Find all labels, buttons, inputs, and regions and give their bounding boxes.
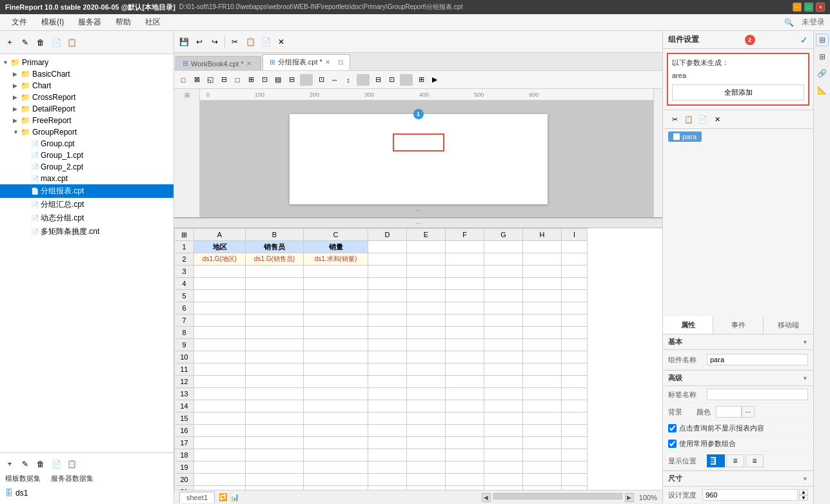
maximize-button[interactable]: □: [804, 3, 813, 12]
tree-item-group2-cpt[interactable]: 📄 Group_2.cpt: [0, 161, 173, 173]
layout-icon[interactable]: 📐: [816, 84, 829, 97]
sheet-tab[interactable]: sheet1: [179, 492, 215, 503]
new-file-button[interactable]: 📄: [49, 35, 63, 50]
cell[interactable]: [304, 400, 368, 412]
cell[interactable]: [446, 400, 484, 412]
cell[interactable]: [562, 437, 588, 449]
copy-button[interactable]: 📋: [64, 35, 79, 50]
cell[interactable]: [304, 278, 368, 290]
cell[interactable]: [484, 351, 523, 363]
menu-help[interactable]: 帮助: [109, 15, 137, 29]
cell[interactable]: [484, 412, 523, 425]
scroll-left-btn[interactable]: ◀: [482, 493, 491, 502]
add-all-button[interactable]: 全部添加: [672, 84, 804, 101]
cell[interactable]: [446, 266, 484, 278]
menu-file[interactable]: 文件: [5, 15, 34, 29]
cell[interactable]: [562, 290, 588, 302]
cell[interactable]: [368, 461, 407, 474]
cell[interactable]: [246, 400, 304, 412]
tab-mobile[interactable]: 移动端: [764, 316, 813, 334]
cell[interactable]: [484, 327, 523, 339]
cell[interactable]: [446, 412, 484, 425]
cell[interactable]: [562, 266, 588, 278]
basic-section-header[interactable]: 基本 ▼: [663, 334, 813, 350]
cell[interactable]: [304, 327, 368, 339]
cell-1B[interactable]: 销售员: [246, 241, 304, 253]
cell[interactable]: [484, 474, 523, 486]
tree-item-crossreport[interactable]: ▶ 📁 CrossReport: [0, 92, 173, 103]
tab-attributes[interactable]: 属性: [663, 316, 713, 334]
cell[interactable]: [484, 278, 523, 290]
cell[interactable]: [523, 278, 562, 290]
cell[interactable]: [562, 278, 588, 290]
cell[interactable]: [407, 437, 446, 449]
cell[interactable]: [304, 302, 368, 315]
cell[interactable]: [304, 290, 368, 302]
cell[interactable]: [304, 363, 368, 376]
cell[interactable]: [407, 412, 446, 425]
cell[interactable]: [523, 461, 562, 474]
pin-icon[interactable]: ⊡: [338, 59, 343, 66]
horizontal-scrollbar[interactable]: [493, 493, 622, 499]
display-center-btn[interactable]: ≡: [726, 454, 744, 467]
ds-delete-btn[interactable]: 🗑: [34, 457, 48, 471]
tab-template-dataset[interactable]: 模板数据集: [3, 472, 43, 485]
cell[interactable]: [407, 449, 446, 461]
cell[interactable]: [368, 388, 407, 400]
cell[interactable]: [368, 437, 407, 449]
cell[interactable]: [368, 290, 407, 302]
cell[interactable]: [194, 412, 246, 425]
cell[interactable]: [562, 339, 588, 351]
cell[interactable]: [304, 425, 368, 437]
cell[interactable]: [407, 363, 446, 376]
cell[interactable]: [562, 363, 588, 376]
checkbox-common-params[interactable]: [668, 440, 677, 448]
cell[interactable]: [484, 315, 523, 327]
cell[interactable]: [368, 351, 407, 363]
cell[interactable]: [523, 327, 562, 339]
grid-wrapper[interactable]: ⊞ A B C D E F G H I: [174, 228, 662, 490]
fmt-btn-10[interactable]: ⊡: [315, 73, 328, 86]
ds-edit-btn[interactable]: ✎: [18, 457, 32, 471]
cell-2D[interactable]: [368, 253, 407, 266]
cell[interactable]: [446, 278, 484, 290]
fmt-btn-14[interactable]: ⊡: [385, 73, 398, 86]
fmt-btn-4[interactable]: ⊟: [217, 73, 230, 86]
cell-1E[interactable]: [407, 241, 446, 253]
cell[interactable]: [407, 290, 446, 302]
tree-item-fenzuhz-cpt[interactable]: 📄 分组汇总.cpt: [0, 198, 173, 211]
tab-workbook4[interactable]: ⊞ WorkBook4.cpt * ✕: [175, 56, 261, 70]
cell-2I[interactable]: [562, 253, 588, 266]
cell[interactable]: [246, 425, 304, 437]
color-more-btn[interactable]: ···: [742, 406, 755, 418]
cell[interactable]: [194, 400, 246, 412]
canvas-widget[interactable]: [393, 133, 444, 151]
link-icon[interactable]: 🔗: [816, 67, 829, 80]
cell[interactable]: [523, 388, 562, 400]
cell[interactable]: [446, 449, 484, 461]
component-settings-icon[interactable]: ⊞: [816, 34, 829, 46]
cell[interactable]: [194, 376, 246, 388]
fmt-btn-12[interactable]: ↕: [342, 73, 355, 86]
cell[interactable]: [246, 327, 304, 339]
fmt-btn-6[interactable]: ⊞: [244, 73, 257, 86]
cell[interactable]: [562, 425, 588, 437]
cell[interactable]: [304, 351, 368, 363]
cell[interactable]: [562, 315, 588, 327]
tree-item-groupreport[interactable]: ▼ 📁 GroupReport: [0, 126, 173, 138]
cell[interactable]: [304, 461, 368, 474]
cell[interactable]: [523, 290, 562, 302]
cell[interactable]: [194, 363, 246, 376]
cell[interactable]: [523, 425, 562, 437]
tree-item-max-cpt[interactable]: 📄 max.cpt: [0, 173, 173, 184]
cell[interactable]: [246, 363, 304, 376]
cell[interactable]: [194, 474, 246, 486]
color-picker-btn[interactable]: [716, 406, 742, 418]
cell-1G[interactable]: [484, 241, 523, 253]
cell[interactable]: [562, 474, 588, 486]
tag-name-input[interactable]: [707, 389, 808, 400]
tree-item-freereport[interactable]: ▶ 📁 FreeReport: [0, 115, 173, 126]
cell[interactable]: [304, 376, 368, 388]
cell[interactable]: [194, 339, 246, 351]
menu-community[interactable]: 社区: [139, 15, 167, 29]
